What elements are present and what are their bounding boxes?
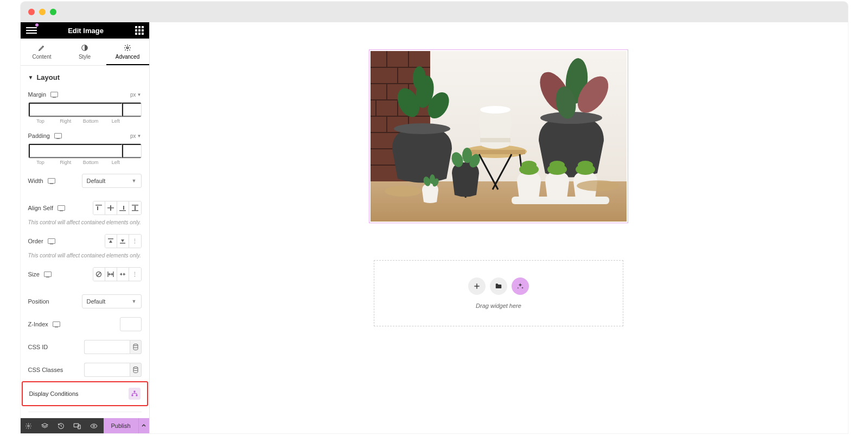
responsive-mode-button[interactable] <box>69 418 86 433</box>
margin-unit[interactable]: px ▼ <box>130 92 141 98</box>
order-start-button[interactable] <box>105 235 117 248</box>
responsive-icon[interactable] <box>50 92 58 97</box>
tab-style[interactable]: Style <box>63 39 106 65</box>
css-id-label: CSS ID <box>28 344 48 350</box>
caret-down-icon: ▼ <box>132 299 137 304</box>
align-center-button[interactable] <box>105 201 117 214</box>
editor-canvas[interactable]: Drag widget here <box>150 22 848 433</box>
maximize-window-button[interactable] <box>50 9 56 15</box>
panel-body: ▼ Layout Margin px ▼ <box>21 66 149 418</box>
tab-advanced[interactable]: Advanced <box>106 39 149 65</box>
align-self-hint: This control will affect contained eleme… <box>28 219 142 230</box>
size-shrink-button[interactable] <box>117 268 129 281</box>
svg-point-1 <box>126 47 129 49</box>
add-template-button[interactable] <box>490 277 507 295</box>
svg-rect-10 <box>135 206 136 210</box>
size-label: Size <box>28 271 40 277</box>
settings-button[interactable] <box>21 418 37 433</box>
size-none-button[interactable] <box>93 268 105 281</box>
position-select[interactable]: Default ▼ <box>82 294 142 308</box>
responsive-icon[interactable] <box>48 178 55 184</box>
svg-rect-11 <box>108 238 113 239</box>
menu-button[interactable] <box>26 25 37 36</box>
caret-down-icon: ▼ <box>28 74 34 80</box>
responsive-icon[interactable] <box>53 321 60 327</box>
add-widget-button[interactable] <box>468 277 486 295</box>
css-id-dynamic-button[interactable] <box>130 340 142 354</box>
order-more-button[interactable]: ⋮ <box>129 235 141 248</box>
row-margin: Margin px ▼ <box>28 87 142 102</box>
responsive-icon[interactable] <box>44 272 52 277</box>
svg-marker-26 <box>42 423 48 426</box>
section-motion-effects[interactable]: ▶ Motion Effects <box>28 412 142 418</box>
responsive-icon[interactable] <box>48 238 55 244</box>
preview-button[interactable] <box>86 418 102 433</box>
align-start-button[interactable] <box>93 201 105 214</box>
gear-icon <box>25 422 32 430</box>
padding-unit[interactable]: px ▼ <box>130 133 141 139</box>
history-icon <box>58 422 65 430</box>
margin-inputs <box>28 102 142 117</box>
editor-sidebar: Edit Image Content Style Advanced <box>21 22 150 433</box>
svg-point-29 <box>93 425 94 426</box>
svg-rect-23 <box>131 395 133 396</box>
align-end-button[interactable] <box>117 201 129 214</box>
navigator-button[interactable] <box>37 418 53 433</box>
svg-point-21 <box>133 367 138 369</box>
sidebar-header: Edit Image <box>21 22 149 39</box>
svg-rect-5 <box>110 205 111 211</box>
close-window-button[interactable] <box>28 9 35 15</box>
display-conditions-highlight: Display Conditions <box>22 381 148 406</box>
publish-options-button[interactable] <box>138 418 149 433</box>
align-self-buttons <box>93 201 142 215</box>
widget-dropzone[interactable]: Drag widget here <box>374 260 623 326</box>
svg-rect-6 <box>119 210 126 211</box>
css-classes-dynamic-button[interactable] <box>130 363 142 377</box>
tab-content[interactable]: Content <box>21 39 63 65</box>
svg-rect-7 <box>123 206 124 210</box>
section-layout[interactable]: ▼ Layout <box>28 66 142 87</box>
layers-icon <box>41 422 48 430</box>
svg-rect-8 <box>132 205 138 206</box>
image-widget[interactable] <box>369 49 628 223</box>
z-index-input[interactable] <box>120 317 142 331</box>
size-grow-button[interactable] <box>105 268 117 281</box>
sparkle-icon <box>516 282 524 290</box>
svg-point-78 <box>550 161 565 169</box>
svg-rect-51 <box>465 150 525 154</box>
order-end-button[interactable] <box>117 235 129 248</box>
minimize-window-button[interactable] <box>39 9 46 15</box>
css-classes-input[interactable] <box>84 363 130 377</box>
css-classes-label: CSS Classes <box>28 367 63 373</box>
database-icon <box>133 367 138 373</box>
size-more-button[interactable]: ⋮ <box>129 268 141 281</box>
css-id-input[interactable] <box>84 340 130 354</box>
panel-title: Edit Image <box>68 27 104 35</box>
widgets-button[interactable] <box>135 26 144 35</box>
responsive-icon[interactable] <box>58 205 65 211</box>
dropzone-text: Drag widget here <box>476 302 521 309</box>
devices-icon <box>73 422 81 430</box>
margin-top-input[interactable] <box>29 103 122 117</box>
align-stretch-button[interactable] <box>129 201 141 214</box>
svg-point-25 <box>28 425 29 426</box>
width-label: Width <box>28 178 43 184</box>
ai-generate-button[interactable] <box>512 277 529 295</box>
display-conditions-button[interactable] <box>129 388 141 400</box>
padding-top-input[interactable] <box>29 144 122 158</box>
publish-button[interactable]: Publish <box>104 418 138 433</box>
row-align-self: Align Self <box>28 192 142 219</box>
window-titlebar <box>21 2 848 22</box>
padding-right-input[interactable] <box>122 144 142 158</box>
order-buttons: ⋮ <box>105 234 142 248</box>
margin-right-input[interactable] <box>122 103 142 117</box>
responsive-icon[interactable] <box>54 133 62 138</box>
row-css-classes: CSS Classes <box>28 358 142 381</box>
margin-side-labels: TopRightBottomLeft <box>28 118 142 124</box>
svg-rect-9 <box>132 210 138 211</box>
svg-point-20 <box>133 344 138 346</box>
width-select[interactable]: Default ▼ <box>82 174 142 188</box>
history-button[interactable] <box>53 418 69 433</box>
padding-side-labels: TopRightBottomLeft <box>28 160 142 165</box>
padding-inputs <box>28 143 142 159</box>
